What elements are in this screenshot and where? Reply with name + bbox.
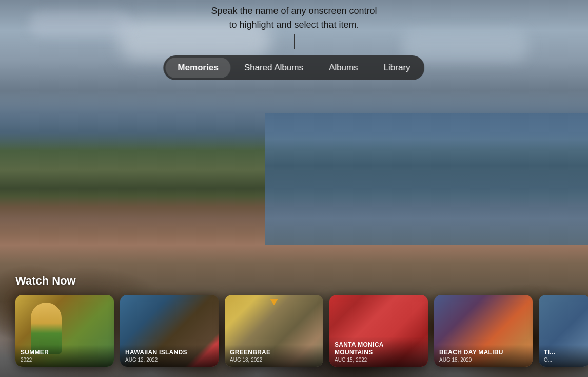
memory-card-partial[interactable]: TI... O... (539, 295, 588, 367)
card-date-greenbrae: AUG 18, 2022 (230, 357, 318, 363)
tab-albums[interactable]: Albums (317, 58, 370, 78)
annotation-tooltip: Speak the name of any onscreen control t… (0, 0, 588, 49)
card-title-santamonica: SANTA MONICA MOUNTAINS (335, 341, 423, 356)
card-label-partial: TI... O... (539, 345, 588, 367)
card-date-malibu: AUG 18, 2020 (439, 357, 527, 363)
card-date-hawaii: AUG 12, 2022 (125, 357, 213, 363)
card-label-greenbrae: GREENBRAE AUG 18, 2022 (225, 345, 323, 367)
memory-card-malibu[interactable]: BEACH DAY MALIBU AUG 18, 2020 (434, 295, 533, 367)
memory-card-greenbrae[interactable]: GREENBRAE AUG 18, 2022 (225, 295, 323, 367)
card-label-summer: SUMMER 2022 (15, 345, 114, 367)
card-label-santamonica: SANTA MONICA MOUNTAINS AUG 15, 2022 (329, 337, 428, 367)
memory-card-hawaii[interactable]: HAWAIIAN ISLANDS AUG 12, 2022 (120, 295, 219, 367)
card-title-summer: SUMMER (21, 349, 109, 356)
card-date-summer: 2022 (21, 357, 109, 363)
tab-library[interactable]: Library (371, 58, 423, 78)
annotation-pointer-line (294, 34, 295, 49)
card-date-santamonica: AUG 15, 2022 (335, 357, 423, 363)
annotation-line2: to highlight and select that item. (229, 20, 359, 30)
watch-now-label: Watch Now (15, 274, 573, 288)
card-title-malibu: BEACH DAY MALIBU (439, 349, 527, 356)
play-indicator-greenbrae (270, 299, 278, 305)
tab-memories[interactable]: Memories (165, 58, 230, 78)
card-date-partial: O... (544, 357, 585, 363)
card-title-greenbrae: GREENBRAE (230, 349, 318, 356)
card-label-malibu: BEACH DAY MALIBU AUG 18, 2020 (434, 345, 533, 367)
card-title-hawaii: HAWAIIAN ISLANDS (125, 349, 213, 356)
card-title-partial: TI... (544, 349, 585, 356)
annotation-line1: Speak the name of any onscreen control (211, 6, 377, 16)
card-label-hawaii: HAWAIIAN ISLANDS AUG 12, 2022 (120, 345, 219, 367)
watch-now-section: Watch Now SUMMER 2022 HAWAIIAN ISLANDS A… (0, 274, 588, 377)
tab-shared-albums[interactable]: Shared Albums (232, 58, 316, 78)
memory-cards-row: SUMMER 2022 HAWAIIAN ISLANDS AUG 12, 202… (15, 295, 573, 367)
memory-card-summer[interactable]: SUMMER 2022 (15, 295, 114, 367)
navigation-bar: Memories Shared Albums Albums Library (163, 55, 424, 80)
memory-card-santamonica[interactable]: SANTA MONICA MOUNTAINS AUG 15, 2022 (329, 295, 428, 367)
